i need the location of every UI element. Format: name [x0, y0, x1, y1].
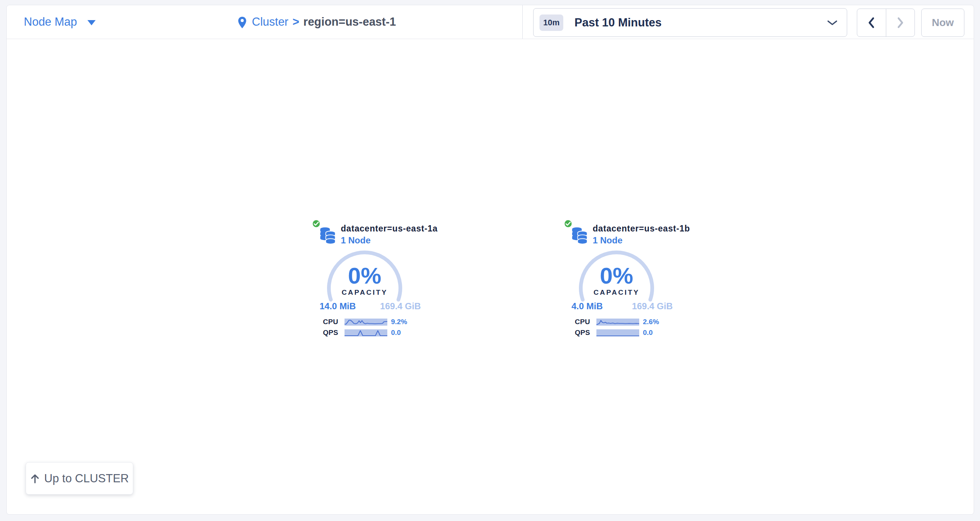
locality-name: datacenter=us-east-1b [593, 223, 690, 234]
capacity-gauge: 0% CAPACITY [578, 249, 655, 327]
capacity-percent: 0% [326, 263, 403, 288]
chevron-left-icon [868, 17, 875, 29]
metric-row: QPS 0.0 [564, 329, 652, 336]
status-check-icon [563, 218, 573, 229]
locality-node-count: 1 Node [593, 234, 690, 246]
sparkline-band [597, 329, 639, 336]
time-nav-next-button[interactable] [886, 9, 915, 37]
metric-sparkline [345, 319, 387, 326]
view-mode-label: Node Map [24, 15, 77, 29]
chevron-down-icon [827, 20, 838, 25]
metric-row: QPS 0.0 [312, 329, 401, 336]
location-pin-icon [238, 16, 247, 29]
database-icon [319, 227, 336, 245]
breadcrumb-separator: > [293, 15, 299, 29]
capacity-used: 14.0 MiB [320, 301, 356, 311]
header-divider [522, 5, 523, 39]
locality-card[interactable]: datacenter=us-east-1b 1 Node 0% CAPACITY… [564, 218, 676, 338]
capacity-total: 169.4 GiB [632, 301, 673, 311]
time-window-label: Past 10 Minutes [574, 16, 662, 29]
caret-down-icon [88, 20, 95, 25]
metric-label: QPS [312, 328, 338, 337]
capacity-gauge: 0% CAPACITY [326, 249, 403, 327]
locality-header: datacenter=us-east-1a 1 Node [341, 223, 438, 246]
metric-label: QPS [564, 328, 590, 337]
locality-header: datacenter=us-east-1b 1 Node [593, 223, 690, 246]
now-button[interactable]: Now [921, 8, 964, 37]
breadcrumb: Cluster > region=us-east-1 [238, 5, 396, 39]
metric-row: CPU 2.6% [564, 318, 659, 326]
metric-sparkline [597, 329, 639, 336]
metric-label: CPU [312, 318, 338, 326]
metric-value: 0.0 [391, 328, 401, 337]
locality-card[interactable]: datacenter=us-east-1a 1 Node 0% CAPACITY… [312, 218, 424, 338]
capacity-values: 4.0 MiB 169.4 GiB [571, 301, 673, 311]
time-window-badge: 10m [539, 14, 563, 31]
now-button-label: Now [932, 17, 954, 29]
metric-value: 2.6% [643, 318, 659, 326]
capacity-label: CAPACITY [326, 288, 403, 297]
metric-value: 0.0 [643, 328, 652, 337]
view-mode-selector[interactable]: Node Map [24, 5, 95, 39]
capacity-percent: 0% [578, 263, 655, 288]
capacity-used: 4.0 MiB [571, 301, 603, 311]
time-nav-prev-button[interactable] [857, 9, 886, 37]
locality-node-count: 1 Node [341, 234, 438, 246]
header-bar: Node Map Cluster > region=us-east-1 10m … [7, 5, 974, 39]
breadcrumb-cluster-link[interactable]: Cluster [252, 15, 288, 29]
sparkline-band [345, 319, 387, 326]
breadcrumb-current: region=us-east-1 [303, 15, 396, 29]
chevron-right-icon [897, 17, 904, 29]
metric-sparkline [345, 329, 387, 336]
time-window-selector[interactable]: 10m Past 10 Minutes [533, 8, 847, 37]
up-to-cluster-button[interactable]: Up to CLUSTER [25, 462, 133, 495]
time-nav-group [857, 8, 915, 37]
capacity-values: 14.0 MiB 169.4 GiB [320, 301, 421, 311]
metric-label: CPU [564, 318, 590, 326]
up-to-cluster-label: Up to CLUSTER [44, 472, 129, 485]
locality-name: datacenter=us-east-1a [341, 223, 438, 234]
metric-sparkline [597, 319, 639, 326]
main-panel: Node Map Cluster > region=us-east-1 10m … [6, 5, 974, 515]
up-arrow-icon [30, 473, 40, 484]
sparkline-band [597, 319, 639, 326]
capacity-label: CAPACITY [578, 288, 655, 297]
capacity-total: 169.4 GiB [380, 301, 421, 311]
status-check-icon [311, 218, 321, 229]
metric-value: 9.2% [391, 318, 407, 326]
metric-row: CPU 9.2% [312, 318, 407, 326]
database-icon [571, 227, 588, 245]
